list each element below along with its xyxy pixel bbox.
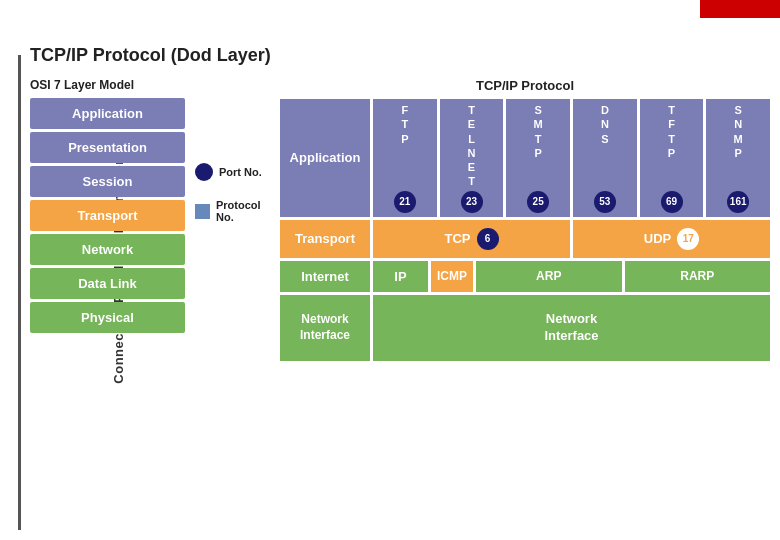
tcp-block: TCP 6	[373, 220, 570, 258]
row-netif: NetworkInterface NetworkInterface	[280, 295, 770, 361]
smtp-name: SMTP	[534, 103, 543, 160]
ftp-port: 21	[394, 191, 416, 213]
netif-left-label: NetworkInterface	[280, 295, 370, 361]
udp-block: UDP 17	[573, 220, 770, 258]
main-container: TCP/IP Protocol (Dod Layer) OSI 7 Layer …	[30, 45, 770, 530]
proto-snmp: SNMP 161	[706, 99, 770, 217]
osi-layer-physical: Physical	[30, 302, 185, 333]
tftp-port: 69	[661, 191, 683, 213]
proto-ftp: FTP 21	[373, 99, 437, 217]
legend-section: Port No. Protocol No.	[195, 78, 270, 223]
app-label: Application	[280, 99, 370, 217]
osi-layer-network: Network	[30, 234, 185, 265]
osi-layers: Application Presentation Session Transpo…	[30, 98, 185, 333]
osi-layer-datalink: Data Link	[30, 268, 185, 299]
transport-label: Transport	[280, 220, 370, 258]
sidebar-bar	[18, 55, 21, 530]
square-dot-icon	[195, 204, 210, 219]
row-transport: Transport TCP 6 UDP 17	[280, 220, 770, 258]
proto-smtp: SMTP 25	[506, 99, 570, 217]
snmp-name: SNMP	[734, 103, 743, 160]
tcpip-section: TCP/IP Protocol Application FTP 21 TELNE…	[280, 78, 770, 361]
telnet-port: 23	[461, 191, 483, 213]
netif-right-block: NetworkInterface	[373, 295, 770, 361]
port-legend: Port No.	[195, 163, 262, 181]
smtp-port: 25	[527, 191, 549, 213]
circle-dot-icon	[195, 163, 213, 181]
content-area: OSI 7 Layer Model Application Presentati…	[30, 78, 770, 361]
row-application: Application FTP 21 TELNET 23 SMTP 25	[280, 99, 770, 217]
arp-block: ARP	[476, 261, 622, 292]
snmp-port: 161	[727, 191, 749, 213]
protocol-legend: Protocol No.	[195, 199, 261, 223]
dns-port: 53	[594, 191, 616, 213]
osi-layer-transport: Transport	[30, 200, 185, 231]
dns-name: DNS	[601, 103, 609, 146]
udp-port-badge: 17	[677, 228, 699, 250]
osi-layer-session: Session	[30, 166, 185, 197]
proto-tftp: TFTP 69	[640, 99, 704, 217]
tcp-port-badge: 6	[477, 228, 499, 250]
osi-label: OSI 7 Layer Model	[30, 78, 185, 92]
osi-layer-application: Application	[30, 98, 185, 129]
protocol-label: Protocol No.	[216, 199, 261, 223]
tcp-text: TCP	[445, 231, 471, 246]
tcpip-title: TCP/IP Protocol	[280, 78, 770, 93]
ftp-name: FTP	[401, 103, 408, 146]
page-title: TCP/IP Protocol (Dod Layer)	[30, 45, 770, 66]
proto-telnet: TELNET 23	[440, 99, 504, 217]
red-corner-decoration	[700, 0, 780, 18]
icmp-block: ICMP	[431, 261, 473, 292]
ip-block: IP	[373, 261, 428, 292]
rarp-block: RARP	[625, 261, 771, 292]
internet-label: Internet	[280, 261, 370, 292]
port-label: Port No.	[219, 166, 262, 178]
tftp-name: TFTP	[668, 103, 675, 160]
proto-dns: DNS 53	[573, 99, 637, 217]
udp-text: UDP	[644, 231, 671, 246]
row-internet: Internet IP ICMP ARP RARP	[280, 261, 770, 292]
osi-section: OSI 7 Layer Model Application Presentati…	[30, 78, 185, 333]
tcpip-grid: Application FTP 21 TELNET 23 SMTP 25	[280, 99, 770, 361]
osi-layer-presentation: Presentation	[30, 132, 185, 163]
telnet-name: TELNET	[468, 103, 476, 189]
